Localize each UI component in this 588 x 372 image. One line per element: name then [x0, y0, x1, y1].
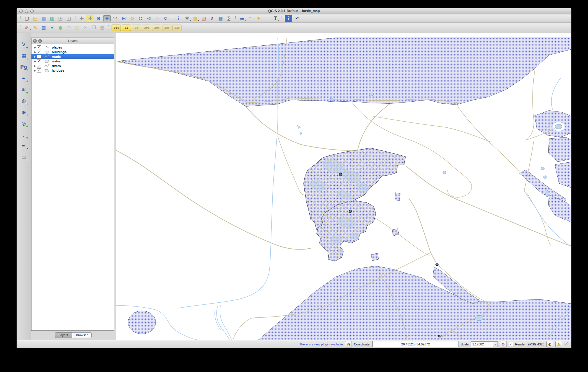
tab-layers[interactable]: Layers	[55, 332, 72, 338]
label-pin[interactable]: ab	[122, 25, 131, 31]
crs-status-icon[interactable]: ◐	[546, 341, 553, 347]
coordinate-input[interactable]	[372, 341, 458, 347]
layer-checkbox-places[interactable]: ✓	[37, 45, 41, 49]
toggle-editing[interactable]: ✎	[32, 24, 39, 31]
layer-row-landuse[interactable]: ▶✓landuse	[32, 68, 114, 73]
tab-browser[interactable]: Browser	[72, 332, 92, 338]
paste-features[interactable]: ▤	[99, 24, 106, 31]
expand-icon[interactable]: ▶	[33, 69, 37, 72]
toolbar-handle	[75, 16, 76, 21]
select-by-expression[interactable]: ε	[208, 15, 216, 22]
layer-row-rivers[interactable]: ▶✓rivers	[32, 64, 114, 68]
current-edits-caret: ▾	[29, 29, 31, 31]
text-annotation[interactable]: T▾	[272, 15, 279, 22]
expand-icon[interactable]: ▶	[33, 55, 37, 58]
layer-row-buildings[interactable]: ▶✓buildings	[32, 50, 114, 54]
layer-row-places[interactable]: ▶✓places	[32, 45, 114, 50]
render-checkbox[interactable]: ✓	[509, 342, 513, 346]
current-edits[interactable]: ✐▾	[23, 24, 31, 31]
copy-features[interactable]: ❐	[90, 24, 98, 31]
save-layer-edits[interactable]: ▥	[40, 24, 47, 31]
zoom-to-layer[interactable]: ⊚	[137, 15, 144, 22]
layer-checkbox-landuse[interactable]: ✓	[37, 68, 41, 72]
stop-render-icon[interactable]: ⊘	[500, 341, 507, 347]
node-tool[interactable]: ◠	[65, 24, 73, 31]
new-bookmark[interactable]: ✶	[255, 15, 262, 22]
new-project[interactable]: ▢	[23, 15, 31, 22]
deselect-features[interactable]: ▧	[200, 15, 208, 22]
add-mssql-layer[interactable]: ≋+	[19, 85, 28, 94]
labeling-options[interactable]: abc	[112, 25, 121, 31]
run-feature-action[interactable]: ✱▾	[183, 15, 191, 22]
whats-this[interactable]: ➤?	[293, 15, 301, 22]
layer-checkbox-roads[interactable]: ✓	[37, 55, 41, 59]
zoom-out[interactable]: ⊖	[103, 15, 111, 22]
chevron-down-icon[interactable]: ▼	[493, 342, 498, 347]
add-wms-layer[interactable]: ◍+	[19, 97, 28, 105]
field-calculator[interactable]: ∑	[225, 15, 233, 22]
plugin-icon[interactable]: ◔	[345, 341, 352, 347]
cut-features[interactable]: ✂	[82, 24, 89, 31]
zoom-out-icon: ⊖	[105, 16, 109, 21]
identify-features[interactable]: ℹ	[175, 15, 182, 22]
label-move[interactable]: abc	[142, 25, 151, 31]
zoom-actual-size[interactable]: 1:1	[112, 15, 119, 22]
label-properties[interactable]: abc	[172, 25, 182, 31]
add-feature[interactable]: ⋎	[48, 24, 56, 31]
label-change[interactable]: abc	[162, 25, 171, 31]
layer-label: roads	[52, 55, 61, 58]
remove-layer[interactable]: ▭−	[19, 153, 28, 161]
plugin-link[interactable]: There is a new plugin available	[299, 343, 343, 346]
titlebar[interactable]: QGIS 2.0.1-Dufour – basic_map	[17, 8, 571, 15]
open-attribute-table[interactable]: ▦	[217, 15, 224, 22]
layer-row-roads[interactable]: ▶✓roads	[32, 54, 114, 59]
open-attribute-table-icon: ▦	[218, 16, 223, 21]
pan-to-selection[interactable]: ✛	[86, 15, 94, 22]
add-postgis-layer[interactable]: Pg+	[19, 63, 28, 71]
add-wcs-layer-icon: ◉	[22, 110, 26, 115]
remove-layer-icon: ▭	[21, 155, 26, 160]
resize-grip[interactable]	[565, 342, 569, 346]
new-spatialite-layer[interactable]: ✒✳▾	[19, 142, 28, 150]
add-wfs-layer[interactable]: ◎+	[19, 119, 28, 127]
zoom-in[interactable]: ⊕	[95, 15, 102, 22]
map-tips[interactable]: ❝	[247, 15, 254, 22]
move-feature[interactable]: ●	[57, 24, 64, 31]
open-project[interactable]: ▤	[32, 15, 39, 22]
expand-icon[interactable]: ▶	[33, 46, 37, 49]
label-highlight[interactable]: ab	[132, 25, 141, 31]
map-refresh[interactable]: ↻	[162, 15, 169, 22]
layer-checkbox-rivers[interactable]: ✓	[37, 64, 41, 68]
zoom-to-selection[interactable]: ⊙	[128, 15, 136, 22]
new-print-composer[interactable]: ◳	[57, 15, 64, 22]
add-spatialite-layer[interactable]: ✒+	[19, 74, 28, 82]
zoom-full-extent[interactable]: ⊞	[120, 15, 127, 22]
layer-checkbox-water[interactable]: ✓	[37, 59, 41, 63]
label-rotate[interactable]: abc	[152, 25, 161, 31]
add-delimited-text-layer[interactable]: ,+	[19, 131, 28, 139]
help-contents[interactable]: ?	[285, 15, 292, 22]
save-project-as[interactable]: ▥	[48, 15, 56, 22]
save-project[interactable]: ▥	[40, 15, 47, 22]
scale-combo[interactable]: 1:17882 ▼	[471, 341, 498, 347]
add-wcs-layer[interactable]: ◉+	[19, 108, 28, 116]
show-bookmarks[interactable]: ▫	[263, 15, 271, 22]
expand-icon[interactable]: ▶	[33, 51, 37, 53]
zoom-next[interactable]: ⊳	[154, 15, 161, 22]
layer-row-water[interactable]: ▶✓water	[32, 59, 114, 64]
delete-selected[interactable]: ▧	[73, 24, 81, 31]
expand-icon[interactable]: ▶	[33, 65, 37, 67]
new-bookmark-icon: ✶	[257, 16, 260, 21]
open-project-icon: ▤	[33, 16, 37, 21]
message-log-icon[interactable]	[555, 341, 562, 347]
expand-icon[interactable]: ▶	[33, 60, 37, 63]
measure[interactable]: ▬▾	[238, 15, 246, 22]
pan-map[interactable]: ✛	[78, 15, 86, 22]
zoom-last[interactable]: ⊲	[145, 15, 153, 22]
select-features[interactable]: ▧▾	[192, 15, 199, 22]
map-canvas[interactable]	[116, 33, 571, 340]
layer-checkbox-buildings[interactable]: ✓	[37, 50, 41, 54]
add-vector-layer[interactable]: V+	[19, 40, 28, 49]
composer-manager[interactable]: ◫	[65, 15, 73, 22]
add-raster-layer[interactable]: ▦+	[19, 52, 28, 60]
